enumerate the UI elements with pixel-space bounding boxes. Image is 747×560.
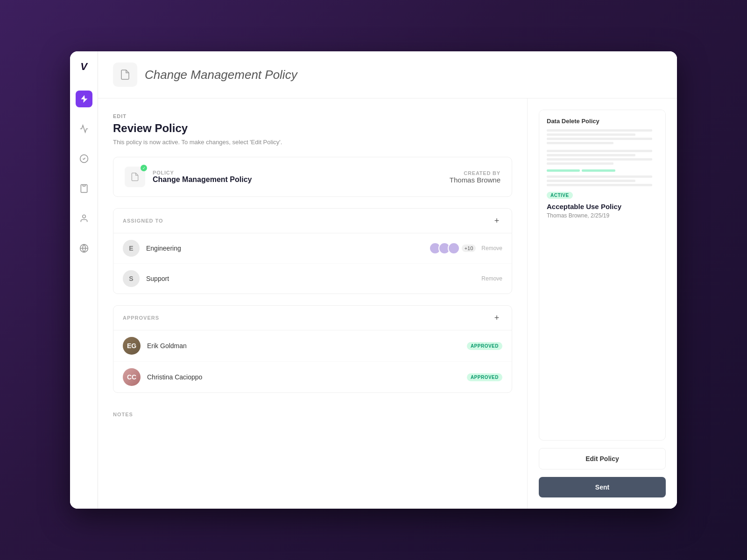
page-title: Change Management Policy [145, 68, 297, 82]
approvers-label: APPROVERS [123, 315, 159, 321]
preview-line-7 [547, 158, 652, 161]
add-approver-button[interactable]: + [491, 312, 502, 323]
avatar-christina: CC [123, 368, 141, 386]
approvers-header: APPROVERS + [113, 306, 512, 330]
erik-approved-badge: APPROVED [467, 342, 502, 350]
preview-policy-meta: Thomas Browne, 2/25/19 [547, 212, 658, 219]
assigned-to-label: ASSIGNED TO [123, 218, 163, 224]
sidebar: V [70, 51, 98, 509]
policy-info: POLICY Change Management Policy [153, 170, 252, 184]
check-badge: ✓ [141, 165, 147, 171]
support-right: Remove [481, 275, 502, 282]
christina-name: Christina Cacioppo [147, 373, 202, 381]
policy-card: ✓ POLICY Change Management Policy CREATE… [113, 157, 512, 197]
review-title: Review Policy [113, 122, 512, 135]
policy-card-right: CREATED BY Thomas Browne [450, 170, 500, 184]
main-content: Change Management Policy EDIT Review Pol… [98, 51, 677, 509]
preview-line-1 [547, 129, 652, 132]
mini-avatar-3 [448, 242, 460, 254]
sidebar-item-lightning[interactable] [76, 91, 92, 107]
support-name: Support [146, 275, 169, 282]
sent-button[interactable]: Sent [539, 477, 666, 497]
list-item-christina: CC Christina Cacioppo APPROVED [113, 362, 512, 392]
header-icon [113, 63, 137, 87]
erik-name: Erik Goldman [147, 342, 187, 350]
preview-line-8 [547, 162, 613, 165]
page-header: Change Management Policy [98, 51, 677, 98]
notes-label: NOTES [113, 404, 512, 421]
support-left: S Support [123, 270, 169, 287]
assigned-to-section: ASSIGNED TO + E Engineering [113, 208, 512, 294]
policy-label: POLICY [153, 170, 252, 175]
svg-rect-1 [83, 185, 85, 186]
app-container: V Change Management Policy [70, 51, 677, 509]
sidebar-item-clipboard[interactable] [76, 180, 92, 197]
svg-point-2 [82, 215, 85, 218]
created-label: CREATED BY [450, 170, 500, 176]
preview-doc-title: Data Delete Policy [547, 118, 658, 125]
assigned-to-header: ASSIGNED TO + [113, 209, 512, 233]
left-panel: EDIT Review Policy This policy is now ac… [98, 98, 528, 509]
policy-icon-wrap: ✓ [125, 167, 145, 187]
preview-highlight-line [547, 169, 580, 172]
app-logo: V [80, 61, 87, 73]
add-assigned-button[interactable]: + [491, 215, 502, 226]
christina-approved-badge: APPROVED [467, 373, 502, 381]
preview-line-11 [547, 184, 652, 186]
preview-line-3 [547, 138, 652, 140]
preview-line-2 [547, 133, 635, 136]
christina-left: CC Christina Cacioppo [123, 368, 202, 386]
preview-active-badge: ACTIVE [547, 192, 573, 199]
preview-line-5 [547, 150, 652, 152]
sidebar-item-globe[interactable] [76, 240, 92, 257]
sidebar-item-activity[interactable] [76, 120, 92, 137]
support-avatar: S [123, 270, 140, 287]
preview-highlight-line-2 [582, 169, 615, 172]
approvers-section: APPROVERS + EG Erik Goldman APPROVED CC [113, 305, 512, 393]
engineering-left: E Engineering [123, 240, 181, 257]
list-item-erik: EG Erik Goldman APPROVED [113, 330, 512, 362]
preview-card: Data Delete Policy [539, 110, 666, 441]
sidebar-item-check[interactable] [76, 150, 92, 167]
edit-label: EDIT [113, 113, 512, 119]
preview-content: Data Delete Policy [539, 110, 665, 226]
member-count: +10 [462, 245, 476, 252]
policy-name: Change Management Policy [153, 175, 252, 184]
right-panel: Data Delete Policy [528, 98, 677, 509]
preview-line-9 [547, 175, 652, 178]
list-item-engineering: E Engineering +10 Remove [113, 233, 512, 264]
policy-card-left: ✓ POLICY Change Management Policy [125, 167, 252, 187]
avatar-erik: EG [123, 337, 141, 355]
preview-line-6 [547, 154, 635, 156]
preview-line-10 [547, 180, 635, 182]
remove-support-button[interactable]: Remove [481, 275, 502, 282]
created-by: Thomas Browne [450, 176, 500, 184]
content-area: EDIT Review Policy This policy is now ac… [98, 98, 677, 509]
edit-policy-button[interactable]: Edit Policy [539, 448, 666, 469]
engineering-avatars: +10 [429, 242, 476, 254]
engineering-right: +10 Remove [429, 242, 502, 254]
preview-line-4 [547, 142, 613, 144]
engineering-avatar: E [123, 240, 140, 257]
preview-policy-title: Acceptable Use Policy [547, 203, 658, 210]
remove-engineering-button[interactable]: Remove [481, 245, 502, 252]
list-item-support: S Support Remove [113, 264, 512, 294]
sidebar-item-person[interactable] [76, 210, 92, 227]
erik-left: EG Erik Goldman [123, 337, 187, 355]
engineering-name: Engineering [146, 245, 181, 252]
review-description: This policy is now active. To make chang… [113, 139, 512, 146]
